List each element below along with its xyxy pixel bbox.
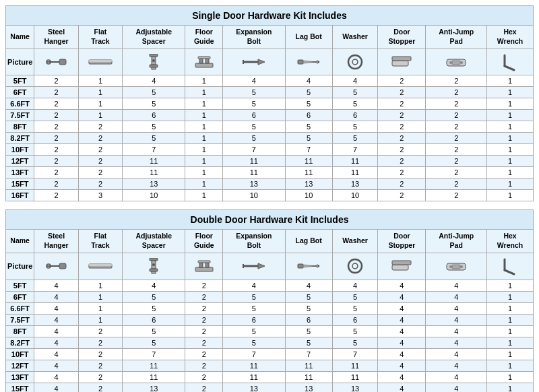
svg-line-20 — [317, 62, 319, 63]
cell-value: 11 — [332, 167, 378, 178]
cell-value: 4 — [332, 280, 378, 291]
cell-value: 1 — [487, 371, 534, 383]
cell-value: 6 — [123, 314, 185, 325]
cell-value: 2 — [34, 75, 79, 87]
cell-value: 2 — [378, 121, 426, 133]
cell-value: 5 — [223, 98, 285, 110]
cell-value: 1 — [78, 75, 122, 87]
cell-value: 5 — [285, 325, 332, 337]
cell-value: 1 — [487, 314, 534, 325]
cell-value: 11 — [285, 156, 332, 167]
cell-value: 4 — [34, 302, 79, 314]
cell-value: 2 — [426, 110, 487, 121]
icon-adj-spacer — [123, 48, 185, 75]
row-label: 6FT — [6, 87, 34, 98]
cell-value: 4 — [426, 302, 487, 314]
cell-value: 13 — [223, 178, 285, 190]
icon-hex-wrench-d — [487, 253, 534, 280]
cell-value: 2 — [426, 167, 487, 178]
cell-value: 4 — [378, 383, 426, 392]
col-name: Name — [6, 26, 34, 48]
cell-value: 4 — [378, 291, 426, 302]
cell-value: 13 — [123, 383, 185, 392]
table-row: 7.5FT4162666441 — [6, 314, 534, 325]
col-anti-jump-d: Anti-JumpPad — [426, 230, 487, 253]
cell-value: 1 — [185, 190, 223, 201]
cell-value: 5 — [332, 337, 378, 348]
svg-rect-9 — [152, 67, 156, 69]
svg-point-27 — [460, 61, 463, 64]
cell-value: 4 — [426, 325, 487, 337]
svg-rect-44 — [198, 261, 210, 263]
cell-value: 6 — [223, 314, 285, 325]
cell-value: 5 — [123, 325, 185, 337]
icon-hex-wrench — [487, 48, 534, 75]
svg-point-26 — [449, 61, 452, 64]
cell-value: 2 — [426, 144, 487, 156]
cell-value: 1 — [487, 178, 534, 190]
single-door-body: 5FT21414442216FT21515552216.6FT215155522… — [6, 75, 534, 201]
cell-value: 4 — [426, 371, 487, 383]
cell-value: 1 — [78, 280, 122, 291]
row-label: 12FT — [6, 360, 34, 371]
cell-value: 1 — [487, 75, 534, 87]
svg-rect-39 — [150, 269, 158, 271]
table-row: 15FT22131131313221 — [6, 178, 534, 190]
cell-value: 7 — [332, 144, 378, 156]
svg-rect-13 — [198, 57, 210, 59]
col-lag-bot-d: Lag Bot — [285, 230, 332, 253]
table-row: 13FT22111111111221 — [6, 167, 534, 178]
svg-rect-55 — [392, 261, 411, 265]
picture-row-double: Picture — [6, 253, 534, 280]
cell-value: 11 — [223, 167, 285, 178]
cell-value: 1 — [185, 110, 223, 121]
col-lag-bot: Lag Bot — [285, 26, 332, 48]
cell-value: 11 — [123, 371, 185, 383]
cell-value: 1 — [185, 121, 223, 133]
cell-value: 2 — [378, 75, 426, 87]
cell-value: 7 — [285, 144, 332, 156]
cell-value: 4 — [123, 280, 185, 291]
table-row: 12FT42112111111441 — [6, 360, 534, 371]
cell-value: 6 — [285, 110, 332, 121]
cell-value: 2 — [34, 156, 79, 167]
cell-value: 2 — [78, 144, 122, 156]
col-floor-guide: FloorGuide — [185, 26, 223, 48]
cell-value: 4 — [426, 348, 487, 360]
cell-value: 2 — [378, 110, 426, 121]
table-row: 8.2FT4252555441 — [6, 337, 534, 348]
cell-value: 13 — [332, 383, 378, 392]
cell-value: 1 — [78, 291, 122, 302]
table-row: 10FT2271777221 — [6, 144, 534, 156]
cell-value: 13 — [285, 383, 332, 392]
icon-anti-jump-d — [426, 253, 487, 280]
svg-rect-23 — [392, 61, 408, 66]
row-label: 15FT — [6, 383, 34, 392]
row-label: 5FT — [6, 75, 34, 87]
cell-value: 1 — [185, 133, 223, 144]
double-door-title: Double Door Hardware Kit Includes — [5, 209, 534, 229]
cell-value: 1 — [487, 133, 534, 144]
double-door-section: Double Door Hardware Kit Includes Name S… — [5, 209, 534, 392]
cell-value: 4 — [426, 280, 487, 291]
cell-value: 5 — [123, 98, 185, 110]
row-label: 16FT — [6, 190, 34, 201]
cell-value: 13 — [285, 178, 332, 190]
cell-value: 4 — [426, 291, 487, 302]
picture-label: Picture — [6, 48, 34, 75]
cell-value: 5 — [223, 302, 285, 314]
cell-value: 4 — [34, 337, 79, 348]
cell-value: 2 — [34, 87, 79, 98]
table-row: 15FT42132131313441 — [6, 383, 534, 392]
col-exp-bolt-d: ExpansionBolt — [223, 230, 285, 253]
svg-point-57 — [449, 265, 452, 268]
cell-value: 2 — [185, 348, 223, 360]
svg-point-38 — [152, 263, 155, 266]
cell-value: 4 — [378, 360, 426, 371]
header-row: Name SteelHanger FlatTrack AdjustableSpa… — [6, 26, 534, 48]
cell-value: 5 — [285, 302, 332, 314]
cell-value: 4 — [426, 314, 487, 325]
cell-value: 1 — [185, 178, 223, 190]
cell-value: 2 — [426, 75, 487, 87]
col-steel-hanger: SteelHanger — [34, 26, 79, 48]
